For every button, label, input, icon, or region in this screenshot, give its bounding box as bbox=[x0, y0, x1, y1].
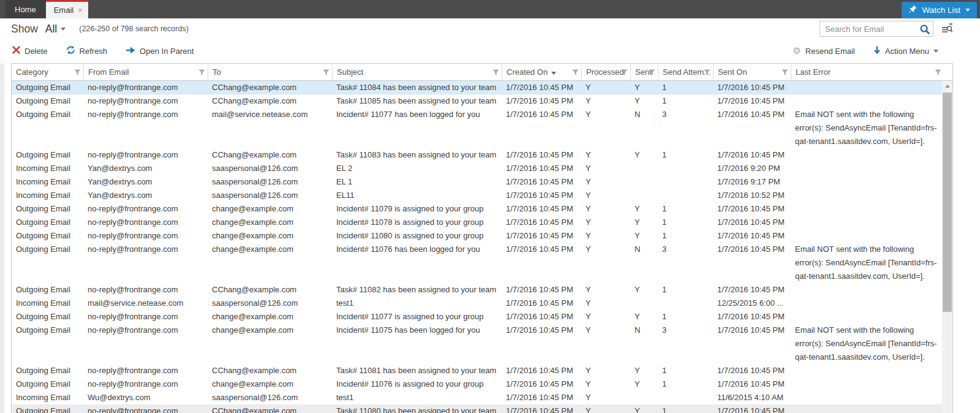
table-row[interactable]: Incoming Emailmail@service.netease.comsa… bbox=[12, 297, 952, 310]
scroll-up-button[interactable] bbox=[942, 81, 952, 91]
cell-from-email: no-reply@frontrange.com bbox=[83, 377, 208, 391]
cell-to: CChang@example.com bbox=[208, 94, 332, 108]
cell-processed: Y bbox=[581, 175, 630, 189]
column-header-created-on[interactable]: Created On bbox=[502, 64, 581, 80]
cell-category: Outgoing Email bbox=[12, 229, 83, 243]
table-row[interactable]: Outgoing Emailno-reply@frontrange.comcha… bbox=[12, 324, 952, 364]
table-row[interactable]: Outgoing Emailno-reply@frontrange.comCCh… bbox=[12, 364, 952, 377]
table-row[interactable]: Outgoing Emailno-reply@frontrange.comcha… bbox=[12, 243, 952, 283]
cell-last-error: Email NOT sent with the following error(… bbox=[791, 243, 942, 283]
cell-from-email: no-reply@frontrange.com bbox=[83, 216, 208, 229]
table-row[interactable]: Outgoing Emailno-reply@frontrange.comcha… bbox=[12, 216, 952, 229]
table-row[interactable]: Outgoing Emailno-reply@frontrange.commai… bbox=[12, 108, 952, 148]
filter-icon[interactable] bbox=[782, 69, 788, 75]
refresh-label: Refresh bbox=[80, 47, 108, 56]
table-row[interactable]: Incoming EmailYan@dextrys.comsaaspersona… bbox=[12, 175, 952, 189]
filter-icon[interactable] bbox=[572, 69, 579, 75]
cell-from-email: no-reply@frontrange.com bbox=[83, 364, 208, 377]
cell-sent: N bbox=[630, 324, 658, 364]
refresh-button[interactable]: Refresh bbox=[66, 45, 108, 56]
cell-created-on: 1/7/2016 10:45 PM bbox=[502, 94, 581, 108]
filter-icon[interactable] bbox=[704, 69, 710, 75]
chevron-down-icon bbox=[933, 50, 938, 53]
table-row[interactable]: Incoming EmailYan@dextrys.comsaaspersona… bbox=[12, 162, 952, 175]
watch-list-button[interactable]: Watch List bbox=[902, 2, 977, 18]
scrollbar-thumb[interactable] bbox=[943, 93, 952, 312]
cell-sent bbox=[630, 162, 658, 175]
cell-category: Outgoing Email bbox=[12, 283, 83, 297]
filter-icon[interactable] bbox=[649, 69, 655, 75]
column-header-send-attem[interactable]: Send Attem... bbox=[658, 64, 713, 80]
cell-subject: Incident# 11077 has been logged for you bbox=[332, 108, 502, 148]
cell-send-attempts: 3 bbox=[658, 243, 713, 283]
column-header-sent-on[interactable]: Sent On bbox=[713, 64, 791, 80]
cell-processed: Y bbox=[581, 310, 630, 324]
filter-icon[interactable] bbox=[74, 69, 81, 75]
cell-created-on: 1/7/2016 10:45 PM bbox=[502, 162, 581, 175]
column-header-to[interactable]: To bbox=[208, 64, 332, 80]
tab-home-label: Home bbox=[15, 5, 36, 14]
cell-from-email: no-reply@frontrange.com bbox=[83, 243, 208, 283]
cell-to: change@example.com bbox=[208, 202, 332, 216]
action-menu-label: Action Menu bbox=[885, 47, 929, 56]
table-row[interactable]: Outgoing Emailno-reply@frontrange.comcha… bbox=[12, 310, 952, 324]
cell-category: Incoming Email bbox=[12, 297, 83, 310]
filter-icon[interactable] bbox=[935, 69, 941, 75]
column-header-from-email[interactable]: From Email bbox=[83, 64, 208, 80]
delete-button[interactable]: Delete bbox=[12, 46, 48, 56]
cell-subject: EL 1 bbox=[332, 175, 502, 189]
show-filter-dropdown[interactable]: All bbox=[45, 23, 66, 36]
column-header-subject[interactable]: Subject bbox=[332, 64, 502, 80]
table-row[interactable]: Outgoing Emailno-reply@frontrange.comcha… bbox=[12, 377, 952, 391]
cell-processed: Y bbox=[581, 283, 630, 297]
resend-email-button[interactable]: ⚙ Resend Email bbox=[793, 47, 854, 56]
cell-processed: Y bbox=[581, 391, 630, 404]
cell-to: change@example.com bbox=[208, 377, 332, 391]
cell-send-attempts: 1 bbox=[658, 310, 713, 324]
column-header-category[interactable]: Category bbox=[12, 64, 83, 80]
cell-from-email: no-reply@frontrange.com bbox=[83, 148, 208, 162]
table-row[interactable]: Incoming EmailWu@dextrys.comsaaspersonal… bbox=[12, 391, 952, 404]
search-input[interactable] bbox=[820, 21, 913, 36]
open-in-parent-button[interactable]: Open In Parent bbox=[126, 47, 194, 56]
cell-created-on: 1/7/2016 10:45 PM bbox=[502, 202, 581, 216]
column-header-last-error[interactable]: Last Error bbox=[791, 64, 944, 80]
advanced-search-icon[interactable] bbox=[941, 23, 953, 36]
column-header-processed[interactable]: Processed bbox=[581, 64, 630, 80]
table-row[interactable]: Outgoing Emailno-reply@frontrange.comCCh… bbox=[12, 81, 952, 94]
cell-subject: Incident# 11076 is assigned to your grou… bbox=[332, 377, 502, 391]
cell-send-attempts: 1 bbox=[658, 229, 713, 243]
filter-icon[interactable] bbox=[492, 69, 499, 75]
tab-home[interactable]: Home bbox=[5, 0, 46, 18]
refresh-icon bbox=[66, 45, 75, 56]
vertical-scrollbar[interactable] bbox=[942, 81, 952, 413]
table-row[interactable]: Outgoing Emailno-reply@frontrange.comCCh… bbox=[12, 148, 952, 162]
table-row[interactable]: Outgoing Emailno-reply@frontrange.comcha… bbox=[12, 202, 952, 216]
cell-sent-on: 1/7/2016 10:45 PM bbox=[713, 202, 791, 216]
cell-category: Outgoing Email bbox=[12, 404, 83, 413]
action-menu-button[interactable]: Action Menu bbox=[873, 46, 938, 56]
cell-to: change@example.com bbox=[208, 324, 332, 364]
filter-icon[interactable] bbox=[323, 69, 330, 75]
cell-to: CChang@example.com bbox=[208, 148, 332, 162]
table-row[interactable]: Outgoing Emailno-reply@frontrange.comcha… bbox=[12, 229, 952, 243]
cell-sent-on: 1/7/2016 10:45 PM bbox=[713, 283, 791, 297]
table-row[interactable]: Outgoing Emailno-reply@frontrange.comCCh… bbox=[12, 404, 952, 413]
filter-icon[interactable] bbox=[198, 69, 205, 75]
cell-last-error bbox=[791, 310, 942, 324]
column-header-sent[interactable]: Sent bbox=[630, 64, 658, 80]
cell-processed: Y bbox=[581, 162, 630, 175]
table-row[interactable]: Incoming EmailYan@dextrys.comsaaspersona… bbox=[12, 189, 952, 202]
cell-category: Incoming Email bbox=[12, 189, 83, 202]
filter-icon[interactable] bbox=[621, 69, 628, 75]
gear-icon: ⚙ bbox=[793, 47, 801, 56]
cell-created-on: 1/7/2016 10:45 PM bbox=[502, 108, 581, 148]
watch-list-label: Watch List bbox=[922, 6, 960, 15]
cell-to: CChang@example.com bbox=[208, 283, 332, 297]
table-row[interactable]: Outgoing Emailno-reply@frontrange.comCCh… bbox=[12, 283, 952, 297]
close-icon[interactable]: × bbox=[78, 6, 83, 14]
table-row[interactable]: Outgoing Emailno-reply@frontrange.comCCh… bbox=[12, 94, 952, 108]
cell-category: Outgoing Email bbox=[12, 364, 83, 377]
search-icon[interactable] bbox=[919, 24, 930, 37]
tab-email[interactable]: Email × bbox=[46, 0, 88, 18]
